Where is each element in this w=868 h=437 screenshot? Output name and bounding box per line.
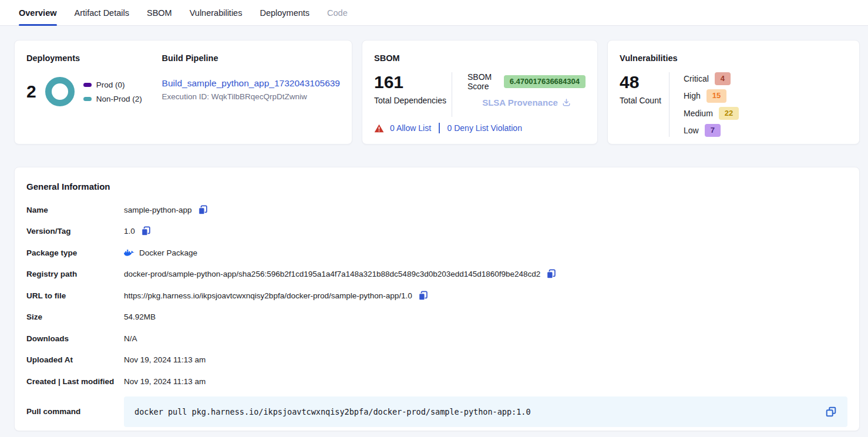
sbom-total: 161 [374, 72, 452, 92]
info-row-version: Version/Tag 1.0 [26, 225, 847, 238]
size-value: 54.92MB [124, 312, 156, 321]
info-row-uploaded-at: Uploaded At Nov 19, 2024 11:13 am [26, 354, 847, 367]
download-icon [562, 98, 571, 107]
tab-sbom[interactable]: SBOM [147, 0, 172, 25]
severity-pill-medium: 22 [719, 107, 739, 120]
docker-icon [124, 248, 134, 257]
package-type-label: Package type [26, 248, 124, 257]
info-row-url: URL to file https://pkg.harness.io/ikpsj… [26, 289, 847, 302]
severity-label-medium: Medium [684, 109, 713, 118]
tab-overview[interactable]: Overview [19, 0, 57, 25]
vulnerabilities-title: Vulnerabilities [620, 53, 847, 63]
deployments-legend: Prod (0) Non-Prod (2) [83, 80, 142, 103]
build-pipeline-link[interactable]: Build_sample_python_app_1732043105639 [162, 78, 340, 89]
severity-row-medium: Medium 22 [684, 107, 847, 120]
created-modified-value: Nov 19, 2024 11:13 am [124, 377, 206, 386]
warning-icon [374, 124, 384, 133]
severity-pill-low: 7 [705, 124, 721, 137]
execution-id: Execution ID: WqkTilbBRqecQrpDtZwniw [162, 92, 340, 101]
copy-name-button[interactable] [198, 205, 208, 215]
severity-row-low: Low 7 [684, 124, 847, 137]
tab-deployments[interactable]: Deployments [260, 0, 309, 25]
severity-label-low: Low [684, 126, 699, 135]
copy-url-button[interactable] [418, 291, 428, 301]
url-to-file-value: https://pkg.harness.io/ikpsjoavtcwxnqisy… [124, 291, 412, 300]
sbom-stats: 161 Total Dependencies [374, 72, 452, 117]
deployments-card: Deployments 2 Prod (0) Non-Prod (2) Buil… [14, 40, 352, 144]
copy-registry-path-button[interactable] [546, 269, 556, 279]
created-modified-label: Created | Last modified [26, 377, 124, 386]
name-value: sample-python-app [124, 206, 192, 214]
version-label: Version/Tag [26, 227, 124, 236]
prod-swatch [83, 83, 92, 87]
downloads-label: Downloads [26, 334, 124, 343]
build-pipeline-title: Build Pipeline [162, 53, 340, 63]
build-pipeline-section: Build Pipeline Build_sample_python_app_1… [150, 53, 340, 133]
deny-list-link[interactable]: 0 Deny List Violation [448, 123, 522, 133]
info-row-size: Size 54.92MB [26, 311, 847, 324]
summary-cards: Deployments 2 Prod (0) Non-Prod (2) Buil… [0, 26, 868, 144]
nonprod-label: Non-Prod (2) [96, 95, 142, 103]
deployments-total: 2 [26, 82, 36, 102]
severity-label-high: High [684, 91, 701, 100]
url-to-file-label: URL to file [26, 291, 124, 300]
tab-vulnerabilities[interactable]: Vulnerabilities [190, 0, 243, 25]
severity-pill-critical: 4 [715, 72, 731, 85]
info-row-created-modified: Created | Last modified Nov 19, 2024 11:… [26, 375, 847, 388]
slsa-provenance-label: SLSA Provenance [482, 98, 558, 107]
info-row-pull-command: Pull command docker pull pkg.harness.io/… [26, 396, 847, 427]
copy-pull-command-button[interactable] [825, 406, 837, 418]
copy-version-button[interactable] [141, 226, 151, 236]
uploaded-at-value: Nov 19, 2024 11:13 am [124, 355, 206, 364]
pull-command-value: docker pull pkg.harness.io/ikpsjoavtcwxn… [134, 407, 822, 416]
registry-path-label: Registry path [26, 270, 124, 278]
size-label: Size [26, 312, 124, 321]
general-information-card: General Information Name sample-python-a… [14, 167, 860, 431]
pull-command-label: Pull command [26, 407, 124, 416]
name-label: Name [26, 206, 124, 214]
legend-item-nonprod: Non-Prod (2) [83, 95, 142, 103]
deployments-donut-chart [45, 77, 75, 106]
version-value: 1.0 [124, 227, 135, 236]
downloads-value: N/A [124, 334, 137, 343]
prod-label: Prod (0) [96, 80, 125, 89]
links-separator [439, 123, 440, 133]
info-row-name: Name sample-python-app [26, 203, 847, 216]
tab-bar: Overview Artifact Details SBOM Vulnerabi… [0, 0, 868, 26]
sbom-card: SBOM 161 Total Dependencies SBOM Score 6… [362, 40, 598, 144]
package-type-value: Docker Package [139, 248, 197, 257]
vulnerabilities-total: 48 [620, 72, 669, 92]
tab-artifact-details[interactable]: Artifact Details [75, 0, 129, 25]
vulnerabilities-stats: 48 Total Count [620, 72, 669, 137]
severity-list: Critical 4 High 15 Medium 22 Low 7 [669, 72, 847, 137]
severity-row-critical: Critical 4 [684, 72, 847, 85]
sbom-score-label: SBOM Score [467, 72, 498, 91]
vulnerabilities-total-label: Total Count [620, 96, 669, 105]
info-row-registry-path: Registry path docker-prod/sample-python-… [26, 268, 847, 281]
severity-label-critical: Critical [684, 74, 709, 83]
tab-code: Code [327, 0, 348, 25]
info-row-downloads: Downloads N/A [26, 332, 847, 345]
deployments-title: Deployments [26, 53, 150, 63]
info-row-package-type: Package type Docker Package [26, 246, 847, 259]
nonprod-swatch [83, 97, 92, 101]
severity-row-high: High 15 [684, 89, 847, 102]
slsa-provenance-link[interactable]: SLSA Provenance [467, 98, 586, 107]
sbom-title: SBOM [374, 53, 586, 63]
legend-item-prod: Prod (0) [83, 80, 142, 89]
general-information-title: General Information [26, 181, 847, 191]
registry-path-value: docker-prod/sample-python-app/sha256:596… [124, 270, 540, 278]
sbom-score-badge: 6.470017636684304 [504, 75, 586, 88]
pull-command-box: docker pull pkg.harness.io/ikpsjoavtcwxn… [124, 396, 847, 427]
allow-list-link[interactable]: 0 Allow List [390, 123, 431, 133]
sbom-total-label: Total Dependencies [374, 96, 452, 105]
vulnerabilities-card: Vulnerabilities 48 Total Count Critical … [607, 40, 860, 144]
uploaded-at-label: Uploaded At [26, 355, 124, 364]
deployments-section: Deployments 2 Prod (0) Non-Prod (2) [26, 53, 150, 133]
severity-pill-high: 15 [706, 89, 726, 102]
